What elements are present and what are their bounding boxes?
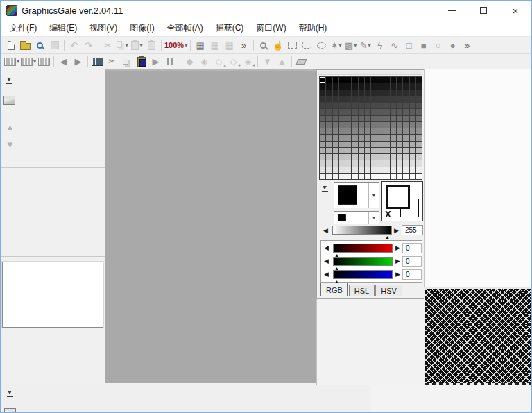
palette-cell[interactable] [410,174,415,179]
palette-cell[interactable] [384,154,390,160]
frame-properties-button[interactable] [90,55,105,69]
palette-cell[interactable] [397,109,402,115]
palette-cell[interactable] [359,174,364,179]
magic-wand-tool-button[interactable]: ✶▾ [329,38,343,52]
palette-cell[interactable] [403,142,409,147]
palette-cell[interactable] [352,96,357,102]
palette-cell[interactable] [377,160,383,166]
minimize-button[interactable] [436,1,467,20]
palette-cell[interactable] [320,167,325,173]
chevron-down-icon[interactable]: ▾ [368,212,379,224]
palette-cell[interactable] [365,83,370,89]
palette-cell[interactable] [333,122,338,128]
palette-cell[interactable] [339,96,345,102]
palette-cell[interactable] [371,174,377,179]
palette-cell[interactable] [410,122,415,128]
zoom-tool-button[interactable] [256,38,271,52]
redo-button[interactable]: ↷ [81,38,96,52]
palette-cell[interactable] [403,122,409,128]
menu-file[interactable]: 文件(F) [3,20,43,36]
new-file-button[interactable] [3,38,18,52]
palette-cell[interactable] [326,77,332,83]
palette-cell[interactable] [345,167,351,173]
delete-frame-button[interactable] [37,55,51,69]
palette-cell[interactable] [371,142,377,147]
palette-cell[interactable] [403,167,409,173]
palette-cell[interactable] [326,174,332,179]
grid-half-toggle-button[interactable]: ▦ [207,38,222,52]
palette-cell[interactable] [403,90,409,96]
palette-cell[interactable] [326,122,332,128]
chevron-down-icon[interactable]: ▾ [139,42,142,49]
move-down-button[interactable]: ▼ [260,55,275,69]
green-slider[interactable]: ▲ [333,257,393,266]
palette-cell[interactable] [410,103,415,108]
palette-cell[interactable] [365,148,370,153]
blue-slider-left-button[interactable]: ◀ [324,271,329,278]
palette-cell[interactable] [359,160,364,166]
palette-cell[interactable] [345,77,351,83]
green-slider-value-field[interactable]: 0 [402,256,422,267]
palette-cell[interactable] [359,77,364,83]
menu-image[interactable]: 图像(I) [123,20,160,36]
palette-cell[interactable] [403,96,409,102]
palette-cell[interactable] [397,122,402,128]
layer-cube-icon[interactable] [3,96,15,105]
palette-cell[interactable] [359,167,364,173]
palette-cell[interactable] [391,103,396,108]
pan-tool-button[interactable]: ☝ [271,38,285,52]
palette-cell[interactable] [333,128,338,134]
palette-cell[interactable] [384,167,390,173]
palette-cell[interactable] [384,148,390,153]
palette-cell[interactable] [397,167,402,173]
palette-cell[interactable] [403,103,409,108]
spline-tool-button[interactable]: ∿ [387,38,402,52]
menu-all-frames[interactable]: 全部帧(A) [161,20,209,36]
zoom-level-dropdown[interactable]: 100%▾ [164,38,188,52]
palette-cell[interactable] [320,128,325,134]
palette-cell[interactable] [377,128,383,134]
palette-cell[interactable] [359,148,364,153]
palette-cell[interactable] [345,174,351,179]
blue-slider-right-button[interactable]: ▶ [395,271,400,278]
standard-toolbar-overflow-button[interactable]: » [237,38,251,52]
palette-cell[interactable] [416,103,422,108]
palette-cell[interactable] [352,148,357,153]
palette-cell[interactable] [403,116,409,121]
palette-cell[interactable] [397,135,402,140]
palette-cell[interactable] [345,148,351,153]
palette-cell[interactable] [320,90,325,96]
duplicate-layer-button[interactable]: ◈+ [241,55,255,69]
palette-cell[interactable] [410,135,415,140]
palette-cell[interactable] [410,109,415,115]
palette-cell[interactable] [333,148,338,153]
palette-cell[interactable] [416,142,422,147]
red-slider-right-button[interactable]: ▶ [395,245,400,251]
palette-cell[interactable] [416,128,422,134]
palette-cell[interactable] [345,116,351,121]
palette-cell[interactable] [371,90,377,96]
palette-cell[interactable] [339,154,345,160]
palette-cell[interactable] [352,83,357,89]
palette-cell[interactable] [352,122,357,128]
panel-pin-icon[interactable] [7,391,13,397]
palette-cell[interactable] [326,116,332,121]
palette-cell[interactable] [326,90,332,96]
palette-cell[interactable] [403,109,409,115]
palette-cell[interactable] [377,103,383,108]
palette-cell[interactable] [320,142,325,147]
palette-cell[interactable] [410,167,415,173]
title-bar[interactable]: GraphicsGale ver.2.04.11 × [1,1,531,20]
palette-cell[interactable] [391,122,396,128]
palette-cell[interactable] [416,135,422,140]
palette-cell[interactable] [359,90,364,96]
palette-cell[interactable] [365,160,370,166]
palette-cell[interactable] [345,122,351,128]
palette-cell[interactable] [345,160,351,166]
palette-cell[interactable] [326,128,332,134]
palette-cell[interactable] [416,77,422,83]
palette-cell[interactable] [320,103,325,108]
palette-cell[interactable] [345,142,351,147]
palette-cell[interactable] [403,77,409,83]
palette-cell[interactable] [333,103,338,108]
